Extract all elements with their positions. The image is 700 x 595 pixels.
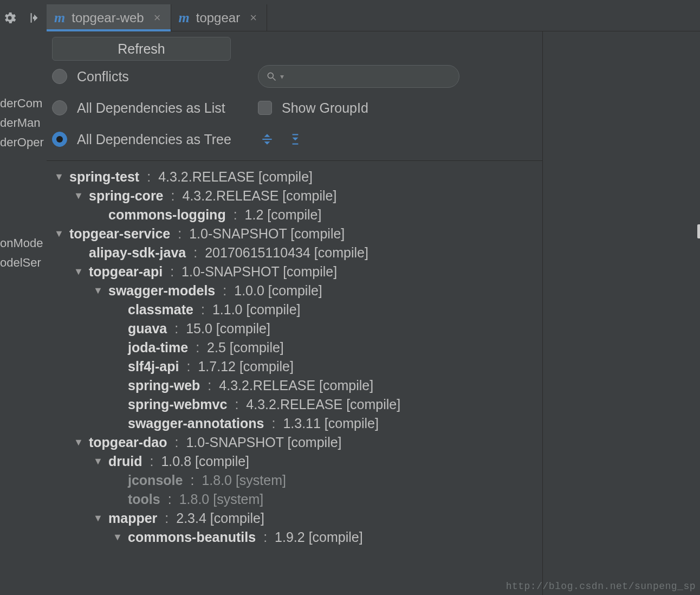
- tab-label: topgear-web: [72, 10, 144, 25]
- dependency-version: 1.8.0 [system]: [179, 490, 264, 509]
- tree-node[interactable]: swagger-annotations : 1.3.11 [compile]: [54, 414, 538, 433]
- dependency-version: 2.3.4 [compile]: [176, 509, 264, 528]
- dependency-version: 20170615110434 [compile]: [205, 243, 368, 262]
- radio-all-tree[interactable]: All Dependencies as Tree: [52, 124, 236, 155]
- chevron-down-icon[interactable]: ▼: [113, 528, 122, 547]
- search-input[interactable]: ▾: [258, 65, 459, 88]
- splitter-handle[interactable]: [697, 224, 700, 238]
- dependency-version: 1.8.0 [system]: [202, 471, 286, 490]
- tree-node[interactable]: spring-webmvc : 4.3.2.RELEASE [compile]: [54, 395, 538, 414]
- dependency-version: 15.0 [compile]: [186, 319, 270, 338]
- close-icon[interactable]: ×: [154, 11, 161, 25]
- dependency-name: commons-beanutils: [128, 528, 256, 547]
- dependency-name: topgear-service: [69, 224, 170, 243]
- tab-label: topgear: [196, 10, 240, 25]
- tab-topgear-web[interactable]: m topgear-web ×: [47, 4, 171, 31]
- chevron-down-icon[interactable]: ▼: [93, 509, 103, 528]
- dependency-version: 4.3.2.RELEASE [compile]: [246, 395, 400, 414]
- watermark: http://blog.csdn.net/sunpeng_sp: [506, 581, 696, 592]
- dependency-name: mapper: [108, 509, 157, 528]
- tree-node[interactable]: ▼commons-beanutils : 1.9.2 [compile]: [54, 528, 538, 547]
- maven-icon: m: [179, 10, 190, 26]
- dependency-tree[interactable]: ▼spring-test : 4.3.2.RELEASE [compile]▼s…: [47, 161, 542, 595]
- tree-node[interactable]: commons-logging : 1.2 [compile]: [54, 205, 538, 224]
- dependency-name: commons-logging: [108, 205, 226, 224]
- dependency-version: 1.0.8 [compile]: [161, 452, 249, 471]
- dependency-name: slf4j-api: [128, 357, 179, 376]
- dependency-name: topgear-dao: [89, 433, 167, 452]
- tree-node[interactable]: classmate : 1.1.0 [compile]: [54, 300, 538, 319]
- refresh-button[interactable]: Refresh: [52, 37, 231, 61]
- editor-tabs: m topgear-web × m topgear ×: [47, 4, 700, 31]
- chevron-down-icon[interactable]: ▼: [54, 224, 64, 243]
- radio-conflicts[interactable]: Conflicts: [52, 61, 236, 92]
- chevron-down-icon[interactable]: ▼: [93, 281, 103, 300]
- chevron-down-icon[interactable]: ▼: [74, 262, 83, 281]
- tree-node[interactable]: tools : 1.8.0 [system]: [54, 490, 538, 509]
- tree-node[interactable]: slf4j-api : 1.7.12 [compile]: [54, 357, 538, 376]
- dependency-name: druid: [108, 452, 142, 471]
- dependency-name: swagger-models: [108, 281, 215, 300]
- tree-node[interactable]: joda-time : 2.5 [compile]: [54, 338, 538, 357]
- detail-panel: [543, 31, 700, 595]
- chevron-down-icon[interactable]: ▼: [74, 433, 83, 452]
- tree-node[interactable]: ▼swagger-models : 1.0.0 [compile]: [54, 281, 538, 300]
- dependency-version: 1.0-SNAPSHOT [compile]: [186, 433, 341, 452]
- dependency-version: 1.9.2 [compile]: [275, 528, 363, 547]
- project-explorer-edge: derCom derMan derOper onMode odelSer: [0, 31, 47, 595]
- dependency-name: topgear-api: [89, 262, 163, 281]
- dependency-version: 4.3.2.RELEASE [compile]: [219, 376, 373, 395]
- dependency-version: 4.3.2.RELEASE [compile]: [158, 167, 313, 186]
- dependency-version: 4.3.2.RELEASE [compile]: [182, 186, 336, 205]
- dependency-name: jconsole: [128, 471, 183, 490]
- maven-icon: m: [54, 10, 65, 26]
- dependency-name: alipay-sdk-java: [89, 243, 186, 262]
- show-groupid-checkbox[interactable]: Show GroupId: [258, 92, 537, 124]
- radio-all-list[interactable]: All Dependencies as List: [52, 92, 236, 124]
- dependency-version: 1.0.0 [compile]: [234, 281, 322, 300]
- dependency-version: 1.2 [compile]: [245, 205, 322, 224]
- dependency-version: 1.7.12 [compile]: [198, 357, 294, 376]
- dependency-name: spring-webmvc: [128, 395, 227, 414]
- dependency-name: swagger-annotations: [128, 414, 264, 433]
- tree-node[interactable]: ▼topgear-api : 1.0-SNAPSHOT [compile]: [54, 262, 538, 281]
- dependency-name: joda-time: [128, 338, 188, 357]
- dependency-version: 1.0-SNAPSHOT [compile]: [189, 224, 345, 243]
- dependency-name: classmate: [128, 300, 193, 319]
- settings-icon[interactable]: [2, 10, 17, 25]
- dependency-name: spring-test: [69, 167, 139, 186]
- dependency-name: spring-core: [89, 186, 164, 205]
- tree-node[interactable]: ▼spring-test : 4.3.2.RELEASE [compile]: [54, 167, 538, 186]
- close-icon[interactable]: ×: [250, 11, 257, 25]
- dependency-name: tools: [128, 490, 160, 509]
- collapse-all-icon[interactable]: [288, 132, 302, 146]
- tree-node[interactable]: ▼topgear-dao : 1.0-SNAPSHOT [compile]: [54, 433, 538, 452]
- tree-node[interactable]: ▼mapper : 2.3.4 [compile]: [54, 509, 538, 528]
- chevron-down-icon[interactable]: ▼: [93, 452, 103, 471]
- svg-line-1: [273, 78, 276, 81]
- dependency-name: guava: [128, 319, 167, 338]
- tab-topgear[interactable]: m topgear ×: [171, 4, 268, 31]
- tree-node[interactable]: ▼topgear-service : 1.0-SNAPSHOT [compile…: [54, 224, 538, 243]
- tree-node[interactable]: alipay-sdk-java : 20170615110434 [compil…: [54, 243, 538, 262]
- dependency-version: 1.1.0 [compile]: [212, 300, 301, 319]
- chevron-down-icon[interactable]: ▼: [54, 167, 64, 186]
- tree-node[interactable]: ▼spring-core : 4.3.2.RELEASE [compile]: [54, 186, 538, 205]
- dependency-version: 2.5 [compile]: [207, 338, 284, 357]
- tree-node[interactable]: guava : 15.0 [compile]: [54, 319, 538, 338]
- expand-all-icon[interactable]: [260, 132, 274, 146]
- dependency-name: spring-web: [128, 376, 200, 395]
- tree-node[interactable]: jconsole : 1.8.0 [system]: [54, 471, 538, 490]
- dependency-version: 1.0-SNAPSHOT [compile]: [182, 262, 337, 281]
- chevron-down-icon[interactable]: ▼: [74, 186, 83, 205]
- tree-node[interactable]: spring-web : 4.3.2.RELEASE [compile]: [54, 376, 538, 395]
- svg-point-0: [268, 73, 273, 78]
- tree-node[interactable]: ▼druid : 1.0.8 [compile]: [54, 452, 538, 471]
- dependency-version: 1.3.11 [compile]: [283, 414, 379, 433]
- svg-rect-2: [262, 139, 271, 140]
- collapse-panel-icon[interactable]: [27, 11, 41, 25]
